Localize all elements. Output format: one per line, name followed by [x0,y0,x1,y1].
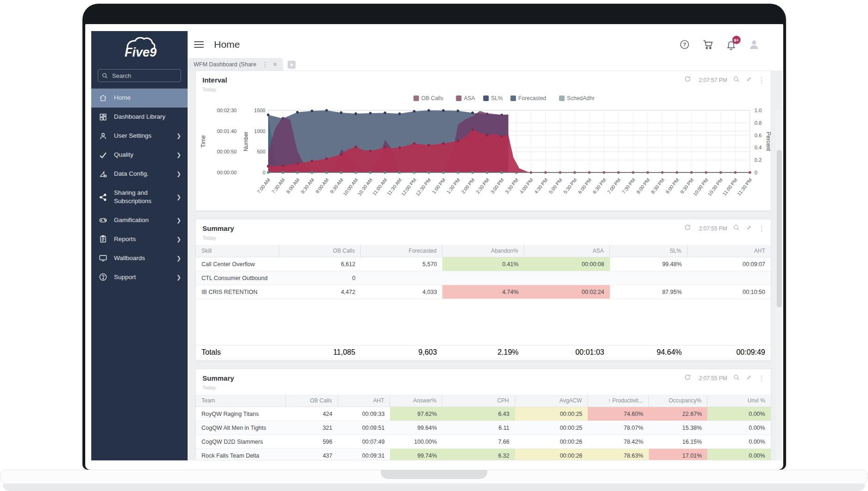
sidebar-item-label: Home [114,94,181,102]
screenshot-stage: Five9 HomeDashboard LibraryUser Settings… [0,0,868,491]
column-header[interactable]: ↑ Productivit... [588,395,649,407]
expand-icon[interactable] [746,224,752,233]
svg-text:8:00 AM: 8:00 AM [285,177,300,195]
column-header[interactable]: OB Calls [279,245,361,257]
sidebar-item-gamification[interactable]: Gamification❯ [91,210,188,230]
sidebar-item-quality[interactable]: Quality❯ [91,146,188,165]
table-cell: 321 [286,421,338,434]
column-header[interactable]: Unvl % [707,395,771,407]
table-row: Call Center Overflow6,6125,5700.41%00:00… [196,257,771,271]
svg-text:SL%: SL% [491,95,503,102]
sidebar-item-wallboards[interactable]: Wallboards❯ [91,249,188,268]
chevron-right-icon: ❯ [176,193,181,201]
sidebar-item-sharing-and-subscriptions[interactable]: Sharing and Subscriptions❯ [91,184,188,210]
add-tab-button[interactable]: + [288,61,296,69]
tab-label: WFM Dashboard (Share [194,61,259,68]
table-cell: RoyQW Raging Titans [196,407,286,421]
tab-close-icon[interactable]: ✕ [271,61,279,68]
svg-text:00:02:30: 00:02:30 [217,108,237,113]
svg-text:8:30 PM: 8:30 PM [650,177,666,195]
column-header[interactable]: Abandon% [442,245,524,257]
table-cell: 5,570 [361,257,442,271]
table-cell: 00:07:49 [338,435,390,448]
refresh-icon[interactable] [684,224,691,233]
sidebar-item-home[interactable]: Home [91,89,188,108]
expand-icon[interactable] [746,76,752,84]
sidebar-item-label: Dashboard Library [114,113,181,121]
sidebar-item-reports[interactable]: Reports❯ [91,230,188,249]
zoom-icon[interactable] [733,224,740,233]
sidebar-item-label: Reports [114,235,170,243]
sidebar-search[interactable] [98,69,181,82]
panel-title: Summary [202,374,234,382]
column-header[interactable]: AHT [338,395,390,407]
help-icon[interactable]: ? [679,38,691,51]
table-cell: 00:00:25 [515,407,588,421]
svg-text:SchedAdhr: SchedAdhr [567,95,594,102]
column-header[interactable]: OB Calls [286,395,338,407]
column-header[interactable]: Forecasted [361,245,442,257]
panel-kebab-icon[interactable]: ⋮ [758,76,765,84]
panel-kebab-icon[interactable]: ⋮ [758,374,765,383]
totals-cell: 00:09:49 [687,345,771,359]
expand-icon[interactable] [746,374,752,383]
zoom-icon[interactable] [733,374,740,383]
column-header[interactable]: SL% [610,245,688,257]
column-header[interactable]: AHT [687,245,771,257]
svg-text:Time: Time [200,135,207,148]
scrollbar-thumb[interactable] [777,150,782,307]
sidebar-item-label: Support [114,273,170,281]
column-header[interactable]: CPH [442,395,515,407]
notifications-bell-icon[interactable]: 9+ [725,38,737,51]
svg-text:3:00 PM: 3:00 PM [489,177,505,195]
svg-text:9:00 PM: 9:00 PM [664,177,680,195]
svg-text:3:30 PM: 3:30 PM [504,177,520,195]
table-cell: Call Center Overflow [196,257,279,271]
column-header[interactable]: Occupancy% [649,395,708,407]
sidebar-item-data-config-[interactable]: Data Config.❯ [91,165,188,184]
svg-text:6:00 PM: 6:00 PM [577,177,592,195]
table-cell: 424 [286,407,338,421]
sidebar-item-support[interactable]: Support❯ [91,268,188,287]
hamburger-menu-icon[interactable] [194,41,204,48]
zoom-icon[interactable] [733,76,740,84]
svg-text:11:00 AM: 11:00 AM [371,177,388,197]
svg-text:ASA: ASA [464,95,475,102]
svg-text:Percent: Percent [765,132,771,151]
svg-text:1:30 PM: 1:30 PM [446,177,461,195]
data-config-icon [99,170,107,179]
column-header[interactable]: Team [196,395,286,407]
column-header[interactable]: ASA [524,245,610,257]
svg-text:1.0: 1.0 [755,108,761,113]
table-cell [687,271,771,285]
refresh-icon[interactable] [684,374,691,383]
table-cell: 00:10:50 [687,285,771,299]
svg-text:10:30 AM: 10:30 AM [356,177,373,197]
cart-icon[interactable] [702,38,714,51]
table-cell: 4.74% [442,285,524,299]
svg-text:4:00 PM: 4:00 PM [518,177,534,195]
panel-kebab-icon[interactable]: ⋮ [758,224,765,233]
user-avatar[interactable] [748,38,760,51]
search-input[interactable] [111,72,173,80]
sidebar-item-label: Quality [114,151,170,159]
svg-text:5:00 PM: 5:00 PM [547,177,563,195]
topbar-actions: ? 9+ [679,38,782,51]
tab-wfm-dashboard[interactable]: WFM Dashboard (Share ⋮ ✕ [188,58,283,70]
column-header[interactable]: Skill [196,245,279,257]
sidebar-item-dashboard-library[interactable]: Dashboard Library [91,108,188,127]
table-cell: 74.60% [588,407,649,421]
column-header[interactable]: Answer% [390,395,442,407]
table-cell: 16.15% [649,435,708,448]
table-cell: CogQW Alt Men in Tights [196,421,286,434]
sidebar-item-user-settings[interactable]: User Settings❯ [91,127,188,146]
summary-teams-panel: Summary 2:07:55 PM ⋮ Today Tea [195,369,771,460]
topbar: Home ? [188,31,782,58]
column-header[interactable]: AvgACW [515,395,588,407]
table-row-header: TeamOB CallsAHTAnswer%CPHAvgACW↑ Product… [196,395,771,407]
tab-menu-icon[interactable]: ⋮ [259,61,271,68]
scrollbar-track[interactable] [776,110,782,460]
svg-text:7:30 PM: 7:30 PM [621,177,636,195]
svg-text:5:30 PM: 5:30 PM [562,177,578,195]
refresh-icon[interactable] [684,76,691,84]
